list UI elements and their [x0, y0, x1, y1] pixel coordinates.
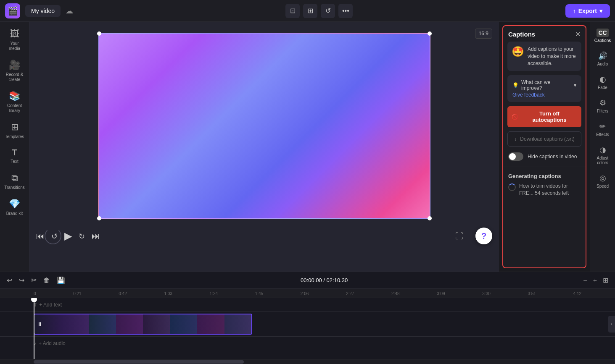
timeline-scrollbar-thumb[interactable] [34, 360, 244, 364]
timeline-tracks: T + Add text ⏸ [0, 298, 615, 359]
playhead[interactable] [34, 298, 34, 359]
generating-section: Generating captions How to trim videos f… [503, 169, 586, 201]
text-icon: T [12, 148, 17, 157]
generating-item: How to trim videos for FRE... 54 seconds… [508, 183, 581, 197]
resize-handle-bottom-left[interactable] [97, 216, 101, 220]
download-captions-button[interactable]: ↓ Download captions (.srt) [507, 131, 581, 147]
resize-handle-top-right[interactable] [428, 31, 432, 36]
more-tools-button[interactable]: ••• [338, 4, 353, 18]
cut-icon: ✂ [31, 277, 37, 284]
canvas-area: 16:9 ⏮ ↺ ▶ ↻ [29, 22, 499, 272]
lightbulb-icon: 💡 [512, 82, 519, 88]
fullscreen-icon: ⛶ [455, 231, 464, 241]
right-tool-speed[interactable]: ◎ Speed [591, 170, 614, 192]
fade-icon: ◐ [599, 75, 606, 84]
fit-timeline-button[interactable]: ⊞ [601, 275, 610, 285]
sidebar-item-transitions[interactable]: ⧉ Transitions [2, 169, 28, 194]
forward-5s-icon: ↻ [79, 232, 85, 241]
main-area: 🖼 Your media 🎥 Record & create 📚 Content… [0, 22, 615, 272]
cut-button[interactable]: ✂ [29, 275, 38, 285]
rotate-tool-button[interactable]: ↺ [321, 4, 335, 18]
close-icon: ✕ [575, 31, 581, 38]
delete-button[interactable]: 🗑 [42, 276, 52, 285]
record-icon: 🎥 [9, 60, 20, 71]
save-frame-button[interactable]: 💾 [55, 275, 67, 285]
export-button[interactable]: ↑ Export ▾ [565, 4, 610, 18]
timeline-ruler: 0 0:21 0:42 1:03 1:24 1:45 2:06 2:27 2:4… [0, 289, 615, 298]
skip-to-end-button[interactable]: ⏭ [92, 231, 100, 241]
loading-spinner [45, 228, 61, 244]
top-bar: 🎬 My video ☁ ⊡ ⊞ ↺ ••• ↑ Export ▾ [0, 0, 615, 22]
timeline-area: ↩ ↪ ✂ 🗑 💾 00:00.00 / 02:10.30 − [0, 272, 615, 364]
delete-icon: 🗑 [43, 277, 50, 284]
sidebar-item-label: Content library [4, 103, 25, 113]
your-media-icon: 🖼 [10, 29, 19, 39]
resize-handle-top-left[interactable] [97, 31, 101, 36]
right-tool-filters[interactable]: ⚙ Filters [591, 95, 614, 117]
turn-off-autocaptions-button[interactable]: 🚫 Turn off autocaptions [507, 106, 581, 127]
hide-captions-label: Hide captions in video [528, 154, 577, 160]
content-library-icon: 📚 [9, 91, 20, 102]
resize-tool-button[interactable]: ⊞ [303, 4, 317, 18]
close-captions-button[interactable]: ✕ [575, 30, 581, 38]
sidebar-item-your-media[interactable]: 🖼 Your media [2, 25, 28, 55]
sidebar-item-label: Templates [5, 134, 24, 139]
sidebar-item-content-library[interactable]: 📚 Content library [2, 87, 28, 117]
resize-handle-bottom-right[interactable] [428, 216, 432, 220]
help-icon: ? [481, 231, 486, 241]
sidebar-item-brand-kit[interactable]: 💎 Brand kit [2, 195, 28, 220]
save-frame-icon: 💾 [57, 277, 65, 284]
video-clip[interactable]: ⏸ [34, 314, 252, 335]
fit-icon: ⊞ [603, 277, 608, 284]
play-pause-button[interactable]: ▶ [64, 230, 72, 242]
sidebar-item-label: Text [11, 159, 18, 164]
zoom-out-button[interactable]: − [581, 275, 589, 285]
adjust-colors-icon: ◑ [599, 145, 606, 155]
rotate-icon: ↺ [325, 7, 331, 15]
playback-controls: ⏮ ↺ ▶ ↻ ⏭ ⛶ ? [36, 228, 492, 244]
zoom-in-button[interactable]: + [591, 275, 599, 285]
right-tool-audio[interactable]: 🔊 Audio [591, 48, 614, 70]
sidebar-item-templates[interactable]: ⊞ Templates [2, 118, 28, 143]
clip-pause-icon: ⏸ [37, 321, 43, 327]
sidebar-item-label: Record & create [4, 72, 25, 82]
captions-panel: Captions ✕ 🤩 Add captions to your video … [502, 25, 586, 268]
timeline-time-display: 00:00.00 / 02:10.30 [301, 277, 348, 283]
sidebar-item-label: Your media [4, 41, 25, 51]
redo-button[interactable]: ↪ [17, 275, 26, 285]
give-feedback-link[interactable]: Give feedback [512, 92, 576, 98]
sidebar-item-text[interactable]: T Text [2, 144, 28, 168]
video-track: ⏸ ‹ [0, 312, 615, 337]
redo-icon: ↪ [19, 277, 24, 284]
audio-icon: 🔊 [598, 51, 607, 60]
hide-captions-toggle[interactable] [508, 152, 523, 161]
video-title-button[interactable]: My video [25, 5, 61, 17]
caption-promo-box: 🤩 Add captions to your video to make it … [507, 42, 581, 71]
skip-to-start-button[interactable]: ⏮ [36, 231, 45, 241]
sidebar-item-record-create[interactable]: 🎥 Record & create [2, 56, 28, 86]
right-tool-effects[interactable]: ✏ Effects [591, 118, 614, 140]
forward-5s-button[interactable]: ↻ [79, 231, 85, 241]
add-text-button[interactable]: + Add text [39, 302, 62, 308]
divider [503, 167, 586, 167]
generating-title: Generating captions [508, 173, 581, 179]
sidebar-item-label: Transitions [4, 185, 25, 190]
right-tool-captions[interactable]: CC Captions [591, 25, 614, 46]
fade-tool-label: Fade [598, 85, 607, 90]
right-tool-fade[interactable]: ◐ Fade [591, 71, 614, 93]
timeline-scrollbar-area [0, 359, 615, 364]
play-icon: ▶ [64, 230, 72, 241]
skip-back-icon: ⏮ [36, 231, 45, 241]
resize-icon: ⊞ [308, 7, 313, 15]
crop-tool-button[interactable]: ⊡ [285, 4, 300, 18]
collapse-timeline-button[interactable]: ‹ [608, 316, 615, 333]
top-center-tools: ⊡ ⊞ ↺ ••• [285, 4, 353, 18]
help-button[interactable]: ? [475, 228, 492, 244]
add-audio-button[interactable]: + Add audio [39, 340, 66, 346]
fullscreen-button[interactable]: ⛶ [455, 231, 464, 241]
cloud-save-button[interactable]: ☁ [66, 6, 73, 16]
effects-tool-label: Effects [596, 132, 609, 137]
transitions-icon: ⧉ [11, 173, 18, 183]
right-tool-adjust-colors[interactable]: ◑ Adjust colors [591, 142, 614, 168]
undo-button[interactable]: ↩ [5, 275, 14, 285]
